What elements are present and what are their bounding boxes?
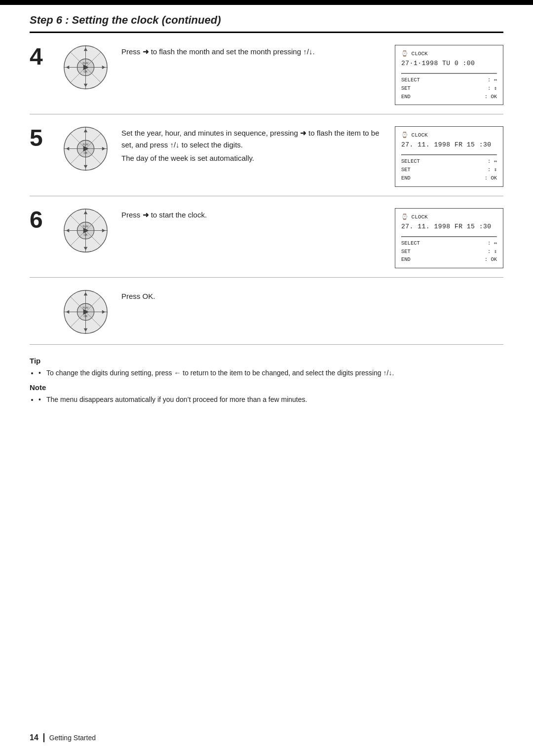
step-number: 4 — [30, 45, 53, 69]
screen-title: ⌚ CLOCK — [401, 214, 497, 220]
step-icon: OKPLAY — [58, 125, 113, 172]
svg-text:OK: OK — [83, 70, 87, 73]
screen-footer-row: SET: ⇕ — [401, 84, 497, 93]
screen-title: ⌚ CLOCK — [401, 132, 497, 138]
screen-main-line: 27·1·1998 TU 0 :00 — [401, 60, 497, 67]
footer-divider — [43, 733, 44, 742]
note-label: Note — [30, 383, 503, 392]
screen-footer-row: END: OK — [401, 174, 497, 182]
screen-main-line: 27. 11. 1998 FR 15 :30 — [401, 141, 497, 148]
screen-footer: SELECT: ⇔SET: ⇕END: OK — [401, 239, 497, 264]
tip-item: To change the digits during setting, pre… — [38, 368, 503, 378]
note-list: The menu disappears automatically if you… — [30, 395, 503, 405]
step-instruction: Press OK. — [121, 288, 503, 304]
step-icon: OKPLAY — [58, 44, 113, 91]
step-row: 5OKPLAYSet the year, hour, and minutes i… — [30, 114, 503, 196]
svg-text:OK: OK — [83, 233, 87, 236]
tip-list: To change the digits during setting, pre… — [30, 368, 503, 378]
screen-title: ⌚ CLOCK — [401, 50, 497, 57]
page-footer: 14 Getting Started — [30, 733, 96, 742]
step-screen: ⌚ CLOCK27. 11. 1998 FR 15 :30SELECT: ⇔SE… — [395, 126, 503, 186]
step-row: 6OKPLAYPress ➜ to start the clock.⌚ CLOC… — [30, 196, 503, 278]
step-instruction: Set the year, hour, and minutes in seque… — [121, 125, 386, 166]
footer-page-number: 14 — [30, 733, 38, 742]
step-instruction: Press ➜ to flash the month and set the m… — [121, 44, 386, 59]
step-row: OKPLAYPress OK. — [30, 278, 503, 345]
screen-main-line: 27. 11. 1998 FR 15 :30 — [401, 223, 497, 230]
step-screen: ⌚ CLOCK27. 11. 1998 FR 15 :30SELECT: ⇔SE… — [395, 208, 503, 268]
screen-footer-row: SELECT: ⇔ — [401, 157, 497, 166]
note-item: The menu disappears automatically if you… — [38, 395, 503, 405]
screen-footer-row: END: OK — [401, 93, 497, 101]
screen-footer: SELECT: ⇔SET: ⇕END: OK — [401, 157, 497, 182]
svg-text:OK: OK — [83, 315, 87, 318]
step-row: 4OKPLAYPress ➜ to flash the month and se… — [30, 33, 503, 114]
svg-text:OK: OK — [83, 151, 87, 154]
step-icon: OKPLAY — [58, 207, 113, 254]
svg-text:PLAY: PLAY — [82, 225, 89, 228]
step-instruction: Press ➜ to start the clock. — [121, 207, 386, 222]
tips-section: Tip To change the digits during setting,… — [30, 345, 503, 405]
step-screen: ⌚ CLOCK27·1·1998 TU 0 :00SELECT: ⇔SET: ⇕… — [395, 45, 503, 105]
svg-text:PLAY: PLAY — [82, 62, 89, 65]
screen-footer-row: SELECT: ⇔ — [401, 239, 497, 248]
steps-container: 4OKPLAYPress ➜ to flash the month and se… — [30, 33, 503, 345]
screen-footer-row: SELECT: ⇔ — [401, 76, 497, 84]
page-title: Step 6 : Setting the clock (continued) — [30, 5, 503, 33]
page-container: Step 6 : Setting the clock (continued) 4… — [0, 0, 533, 756]
step-icon: OKPLAY — [58, 288, 113, 335]
screen-footer-row: END: OK — [401, 255, 497, 264]
footer-label: Getting Started — [49, 734, 96, 742]
tip-label: Tip — [30, 357, 503, 365]
top-bar — [0, 0, 533, 5]
screen-footer-row: SET: ⇕ — [401, 248, 497, 256]
step-number: 5 — [30, 126, 53, 150]
svg-text:PLAY: PLAY — [82, 307, 89, 309]
step-number: 6 — [30, 208, 53, 232]
svg-text:PLAY: PLAY — [82, 144, 89, 146]
screen-footer: SELECT: ⇔SET: ⇕END: OK — [401, 76, 497, 101]
screen-footer-row: SET: ⇕ — [401, 166, 497, 174]
